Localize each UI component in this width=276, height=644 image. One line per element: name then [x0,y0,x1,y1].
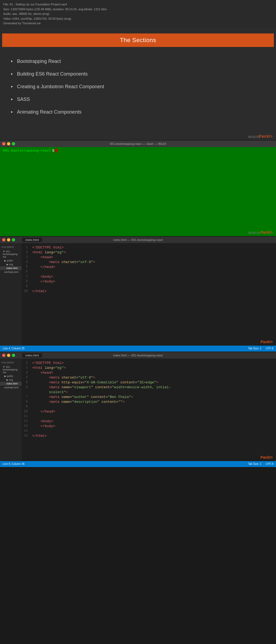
code-line: 5 </head> [22,265,276,270]
editor2-tl-yellow[interactable] [7,354,10,357]
sidebar-folder-img[interactable]: ▶ img [0,263,22,266]
traffic-light-yellow[interactable] [7,142,10,145]
line-content [31,270,276,274]
editor1-encoding: UTF-8 [266,347,273,350]
editor1-titlebar: index.html index.html — 001-bootstrappin… [0,237,276,243]
code-line: 10</html> [22,289,276,294]
editor2-sidebar-file-indexhtml[interactable]: index.html [0,382,22,386]
editor2-sidebar-folder-img[interactable]: ▶ img [0,378,22,382]
line-content [31,429,276,433]
code-line: 4 <meta charset="utf-8"> [22,375,276,380]
terminal-body[interactable]: 001-bootstrapping-react $ [0,147,276,236]
editor2-tab[interactable]: index.html [22,353,42,357]
code-line: 15</html> [22,434,276,438]
line-number: 11 [22,414,31,419]
code-line: 7 <body> [22,274,276,279]
editor1-tl-yellow[interactable] [7,238,10,241]
line-number: 14 [22,429,31,433]
file-info-line4: Video: h264, yuv420p, 1280x720, 30.00 fp… [3,16,273,21]
line-number: 6 [22,270,31,274]
terminal-prompt-symbol: $ [52,149,54,153]
editor2-statusbar: Line 8, Column 36 Tab Size: 2 UTF-8 [0,461,276,467]
line-number: 8 [22,280,31,284]
code-line: 8 <meta name="description" content=""> [22,400,276,404]
editor1-watermark: Packt> [260,340,273,344]
code-line: 9 [22,404,276,409]
line-content: </body> [31,280,276,284]
editor2-encoding: UTF-8 [266,462,273,465]
file-info-line3: Audio: aac, 48000 Hz, stereo (eng). [3,12,273,16]
line-content: <meta charset="utf-8"> [31,376,276,380]
traffic-light-red[interactable] [2,142,5,145]
sidebar-file-packagejson[interactable]: package.json [0,270,22,274]
line-number: 2 [22,366,31,370]
line-content [31,405,276,409]
slide-timestamp: 00:02:53 [248,135,260,138]
line-number: 10 [22,289,31,294]
code-line: 14 [22,429,276,434]
code-line: scale=1"> [22,390,276,395]
terminal-timestamp: 00:05:10 [248,231,260,234]
line-content: <body> [31,275,276,279]
editor2-sidebar-folder-root[interactable]: ▼ 001-bootstrapping-rea [0,365,22,374]
code-line: 6 [22,270,276,274]
line-number: 12 [22,419,31,424]
slide-bullet-5: Animating React Components [11,106,265,118]
editor2-sidebar-section: FOLDERS [0,360,22,365]
line-number: 3 [22,371,31,375]
line-content [31,414,276,419]
line-number: 7 [22,275,31,279]
slide-title-bar: The Sections [2,33,274,47]
code-line: 8 </body> [22,279,276,284]
editor1-code-area[interactable]: 1<!DOCTYPE html>2<html lang="eg">3 <head… [22,243,276,346]
slide-bullets: Bootstrapping React Building ES6 React C… [0,55,276,124]
line-number: 10 [22,410,31,414]
line-number: 9 [22,284,31,289]
editor2-status-position: Line 8, Column 36 [3,462,25,465]
code-line: 9 [22,284,276,289]
editor1-title-label: index.html — 001-bootstrapping-react [113,238,163,241]
editor2-code-area[interactable]: 1<!DOCTYPE html>2<html lang="eg">3 <head… [22,359,276,461]
editor1-tab[interactable]: index.html [22,238,42,242]
editor2-sidebar-folder-public[interactable]: ▶ public [0,374,22,378]
line-number: 2 [22,250,31,255]
sidebar-folder-root[interactable]: ▼ 001-bootstrapping-rea [0,250,22,259]
editor2-tl-green[interactable] [12,354,15,357]
editor2-titlebar: index.html index.html — 001-bootstrappin… [0,352,276,359]
editor2-sidebar: FOLDERS ▼ 001-bootstrapping-rea ▶ public… [0,359,22,461]
code-line: 2<html lang="eg"> [22,250,276,255]
line-content [31,284,276,289]
editor1-tl-green[interactable] [12,238,15,241]
terminal-dir: 001-bootstrapping-react [3,149,51,153]
line-content: scale=1"> [31,390,276,394]
code-line: 7 <meta name="author" content="Ben Fhala… [22,395,276,400]
sidebar-section-label: FOLDERS [0,245,22,250]
line-content: <html lang="eg"> [31,366,276,370]
editor1-statusbar-right: Tab Size: 2 UTF-8 [248,347,273,350]
code-line: 5 <meta http-equiv="X-UA-Comatible" cont… [22,380,276,385]
sidebar-folder-public[interactable]: ▶ public [0,259,22,263]
editor2-container: index.html index.html — 001-bootstrappin… [0,352,276,467]
editor2-title-label: index.html — 001-bootstrapping-react [113,354,163,357]
code-line: 1<!DOCTYPE html> [22,245,276,250]
editor1-tl-red[interactable] [2,238,5,241]
code-line: 13 </body> [22,424,276,429]
editor1-layout: FOLDERS ▼ 001-bootstrapping-rea ▶ public… [0,243,276,346]
traffic-light-green[interactable] [12,142,15,145]
editor1-tab-size: Tab Size: 2 [248,347,261,350]
sidebar-file-indexhtml[interactable]: index.html [0,266,22,270]
editor1-container: index.html index.html — 001-bootstrappin… [0,237,276,352]
line-content: <head> [31,255,276,260]
line-number: 15 [22,434,31,438]
line-content: <body> [31,419,276,424]
line-number: 3 [22,255,31,260]
line-number: 9 [22,405,31,409]
line-number: 5 [22,380,31,385]
editor2-tl-red[interactable] [2,354,5,357]
line-number: 8 [22,400,31,404]
slide-title: The Sections [120,37,156,43]
code-line: 3 <head> [22,255,276,260]
terminal-watermark: Packt> [260,230,273,234]
line-content: <html lang="eg"> [31,250,276,255]
editor2-sidebar-file-packagejson[interactable]: package.json [0,386,22,389]
